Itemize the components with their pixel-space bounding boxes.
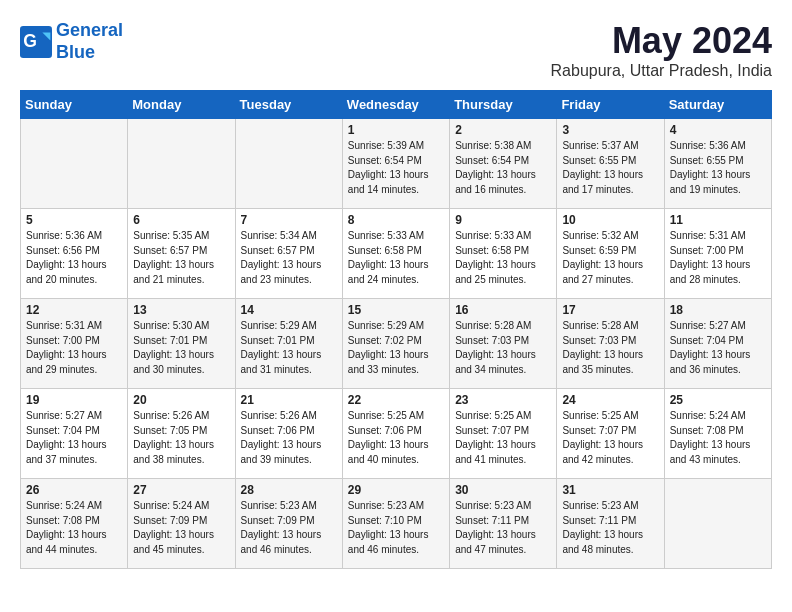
day-info: Sunrise: 5:24 AM Sunset: 7:08 PM Dayligh…	[26, 499, 122, 557]
calendar-cell: 5Sunrise: 5:36 AM Sunset: 6:56 PM Daylig…	[21, 209, 128, 299]
day-number: 20	[133, 393, 229, 407]
calendar-cell: 27Sunrise: 5:24 AM Sunset: 7:09 PM Dayli…	[128, 479, 235, 569]
day-number: 15	[348, 303, 444, 317]
day-info: Sunrise: 5:26 AM Sunset: 7:06 PM Dayligh…	[241, 409, 337, 467]
weekday-header: Monday	[128, 91, 235, 119]
day-info: Sunrise: 5:23 AM Sunset: 7:10 PM Dayligh…	[348, 499, 444, 557]
day-number: 21	[241, 393, 337, 407]
weekday-header: Thursday	[450, 91, 557, 119]
day-number: 25	[670, 393, 766, 407]
calendar-cell: 19Sunrise: 5:27 AM Sunset: 7:04 PM Dayli…	[21, 389, 128, 479]
calendar-cell: 22Sunrise: 5:25 AM Sunset: 7:06 PM Dayli…	[342, 389, 449, 479]
day-info: Sunrise: 5:30 AM Sunset: 7:01 PM Dayligh…	[133, 319, 229, 377]
day-info: Sunrise: 5:27 AM Sunset: 7:04 PM Dayligh…	[26, 409, 122, 467]
calendar-cell: 30Sunrise: 5:23 AM Sunset: 7:11 PM Dayli…	[450, 479, 557, 569]
day-info: Sunrise: 5:31 AM Sunset: 7:00 PM Dayligh…	[26, 319, 122, 377]
day-number: 30	[455, 483, 551, 497]
weekday-header: Friday	[557, 91, 664, 119]
day-info: Sunrise: 5:27 AM Sunset: 7:04 PM Dayligh…	[670, 319, 766, 377]
calendar-cell: 11Sunrise: 5:31 AM Sunset: 7:00 PM Dayli…	[664, 209, 771, 299]
day-info: Sunrise: 5:33 AM Sunset: 6:58 PM Dayligh…	[455, 229, 551, 287]
logo-icon: G	[20, 26, 52, 58]
day-info: Sunrise: 5:23 AM Sunset: 7:09 PM Dayligh…	[241, 499, 337, 557]
day-number: 23	[455, 393, 551, 407]
day-info: Sunrise: 5:31 AM Sunset: 7:00 PM Dayligh…	[670, 229, 766, 287]
calendar-cell: 6Sunrise: 5:35 AM Sunset: 6:57 PM Daylig…	[128, 209, 235, 299]
svg-text:G: G	[23, 30, 37, 50]
calendar-title: May 2024	[551, 20, 772, 62]
calendar-cell: 28Sunrise: 5:23 AM Sunset: 7:09 PM Dayli…	[235, 479, 342, 569]
day-number: 24	[562, 393, 658, 407]
calendar-cell: 17Sunrise: 5:28 AM Sunset: 7:03 PM Dayli…	[557, 299, 664, 389]
weekday-header: Sunday	[21, 91, 128, 119]
calendar-cell: 21Sunrise: 5:26 AM Sunset: 7:06 PM Dayli…	[235, 389, 342, 479]
weekday-row: SundayMondayTuesdayWednesdayThursdayFrid…	[21, 91, 772, 119]
calendar-cell: 10Sunrise: 5:32 AM Sunset: 6:59 PM Dayli…	[557, 209, 664, 299]
calendar-header: SundayMondayTuesdayWednesdayThursdayFrid…	[21, 91, 772, 119]
calendar-body: 1Sunrise: 5:39 AM Sunset: 6:54 PM Daylig…	[21, 119, 772, 569]
day-info: Sunrise: 5:29 AM Sunset: 7:02 PM Dayligh…	[348, 319, 444, 377]
day-number: 26	[26, 483, 122, 497]
day-number: 12	[26, 303, 122, 317]
day-number: 3	[562, 123, 658, 137]
day-number: 27	[133, 483, 229, 497]
day-info: Sunrise: 5:26 AM Sunset: 7:05 PM Dayligh…	[133, 409, 229, 467]
calendar-cell: 7Sunrise: 5:34 AM Sunset: 6:57 PM Daylig…	[235, 209, 342, 299]
calendar-table: SundayMondayTuesdayWednesdayThursdayFrid…	[20, 90, 772, 569]
day-number: 29	[348, 483, 444, 497]
day-number: 16	[455, 303, 551, 317]
day-info: Sunrise: 5:32 AM Sunset: 6:59 PM Dayligh…	[562, 229, 658, 287]
day-info: Sunrise: 5:23 AM Sunset: 7:11 PM Dayligh…	[562, 499, 658, 557]
day-number: 11	[670, 213, 766, 227]
calendar-cell	[235, 119, 342, 209]
day-info: Sunrise: 5:28 AM Sunset: 7:03 PM Dayligh…	[455, 319, 551, 377]
day-info: Sunrise: 5:24 AM Sunset: 7:09 PM Dayligh…	[133, 499, 229, 557]
calendar-cell: 12Sunrise: 5:31 AM Sunset: 7:00 PM Dayli…	[21, 299, 128, 389]
day-number: 5	[26, 213, 122, 227]
day-info: Sunrise: 5:29 AM Sunset: 7:01 PM Dayligh…	[241, 319, 337, 377]
weekday-header: Wednesday	[342, 91, 449, 119]
day-info: Sunrise: 5:28 AM Sunset: 7:03 PM Dayligh…	[562, 319, 658, 377]
calendar-cell	[664, 479, 771, 569]
day-number: 1	[348, 123, 444, 137]
calendar-cell: 1Sunrise: 5:39 AM Sunset: 6:54 PM Daylig…	[342, 119, 449, 209]
day-info: Sunrise: 5:34 AM Sunset: 6:57 PM Dayligh…	[241, 229, 337, 287]
day-info: Sunrise: 5:37 AM Sunset: 6:55 PM Dayligh…	[562, 139, 658, 197]
calendar-week-row: 12Sunrise: 5:31 AM Sunset: 7:00 PM Dayli…	[21, 299, 772, 389]
calendar-week-row: 5Sunrise: 5:36 AM Sunset: 6:56 PM Daylig…	[21, 209, 772, 299]
day-number: 13	[133, 303, 229, 317]
calendar-subtitle: Rabupura, Uttar Pradesh, India	[551, 62, 772, 80]
calendar-cell: 31Sunrise: 5:23 AM Sunset: 7:11 PM Dayli…	[557, 479, 664, 569]
calendar-cell: 15Sunrise: 5:29 AM Sunset: 7:02 PM Dayli…	[342, 299, 449, 389]
calendar-week-row: 1Sunrise: 5:39 AM Sunset: 6:54 PM Daylig…	[21, 119, 772, 209]
calendar-week-row: 26Sunrise: 5:24 AM Sunset: 7:08 PM Dayli…	[21, 479, 772, 569]
day-info: Sunrise: 5:38 AM Sunset: 6:54 PM Dayligh…	[455, 139, 551, 197]
calendar-cell: 9Sunrise: 5:33 AM Sunset: 6:58 PM Daylig…	[450, 209, 557, 299]
day-number: 6	[133, 213, 229, 227]
title-block: May 2024 Rabupura, Uttar Pradesh, India	[551, 20, 772, 80]
calendar-cell: 2Sunrise: 5:38 AM Sunset: 6:54 PM Daylig…	[450, 119, 557, 209]
weekday-header: Saturday	[664, 91, 771, 119]
day-info: Sunrise: 5:25 AM Sunset: 7:06 PM Dayligh…	[348, 409, 444, 467]
day-info: Sunrise: 5:33 AM Sunset: 6:58 PM Dayligh…	[348, 229, 444, 287]
day-number: 14	[241, 303, 337, 317]
day-number: 28	[241, 483, 337, 497]
page-header: G GeneralBlue May 2024 Rabupura, Uttar P…	[20, 20, 772, 80]
day-info: Sunrise: 5:24 AM Sunset: 7:08 PM Dayligh…	[670, 409, 766, 467]
day-number: 18	[670, 303, 766, 317]
logo: G GeneralBlue	[20, 20, 123, 63]
day-number: 7	[241, 213, 337, 227]
calendar-cell: 14Sunrise: 5:29 AM Sunset: 7:01 PM Dayli…	[235, 299, 342, 389]
day-number: 9	[455, 213, 551, 227]
logo-text: GeneralBlue	[56, 20, 123, 63]
calendar-week-row: 19Sunrise: 5:27 AM Sunset: 7:04 PM Dayli…	[21, 389, 772, 479]
day-number: 4	[670, 123, 766, 137]
day-info: Sunrise: 5:25 AM Sunset: 7:07 PM Dayligh…	[562, 409, 658, 467]
weekday-header: Tuesday	[235, 91, 342, 119]
day-info: Sunrise: 5:23 AM Sunset: 7:11 PM Dayligh…	[455, 499, 551, 557]
calendar-cell: 25Sunrise: 5:24 AM Sunset: 7:08 PM Dayli…	[664, 389, 771, 479]
day-number: 31	[562, 483, 658, 497]
day-info: Sunrise: 5:39 AM Sunset: 6:54 PM Dayligh…	[348, 139, 444, 197]
day-number: 19	[26, 393, 122, 407]
calendar-cell: 4Sunrise: 5:36 AM Sunset: 6:55 PM Daylig…	[664, 119, 771, 209]
